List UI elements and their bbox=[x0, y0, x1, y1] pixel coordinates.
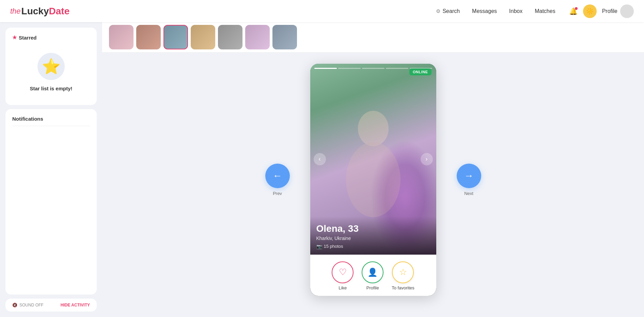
prev-label: Prev bbox=[273, 191, 282, 196]
profile-nav-item[interactable]: Profile bbox=[602, 4, 634, 18]
nav-search[interactable]: ⚙ Search bbox=[436, 8, 460, 14]
svg-point-1 bbox=[346, 142, 400, 217]
starred-title: ★ Starred bbox=[12, 34, 90, 41]
like-label: Like bbox=[339, 285, 347, 290]
prev-button[interactable]: ← bbox=[265, 164, 290, 188]
main-nav: ⚙ Search Messages Inbox Matches bbox=[436, 8, 555, 14]
person-icon: 👤 bbox=[367, 268, 378, 277]
star-big-icon: ⭐ bbox=[37, 53, 65, 80]
profile-thumb-5[interactable] bbox=[218, 25, 242, 49]
svg-point-0 bbox=[358, 111, 389, 146]
logo-date: Date bbox=[49, 6, 70, 17]
profile-card-image: ONLINE ‹ › Olena, 33 Kharkiv, Ukraine 📷 … bbox=[310, 64, 436, 255]
star-action-icon: ☆ bbox=[399, 267, 407, 277]
favorites-button[interactable]: ☆ To favorites bbox=[392, 261, 414, 290]
profile-thumb-3[interactable] bbox=[163, 25, 188, 49]
heart-icon: ♡ bbox=[339, 267, 347, 277]
profiles-strip bbox=[102, 22, 644, 52]
profile-action-label: Profile bbox=[366, 285, 379, 290]
profile-thumb-7[interactable] bbox=[272, 25, 297, 49]
card-photos: 📷 15 photos bbox=[316, 244, 430, 249]
main-layout: ★ Starred ⭐ Star list is empty! Notifica… bbox=[0, 22, 644, 317]
profile-thumb-1[interactable] bbox=[109, 25, 133, 49]
hide-activity-button[interactable]: HIDE ACTIVITY bbox=[61, 303, 90, 307]
nav-messages[interactable]: Messages bbox=[472, 8, 497, 14]
logo-lucky: Lucky bbox=[21, 6, 49, 17]
nav-inbox[interactable]: Inbox bbox=[509, 8, 522, 14]
sidebar-footer: 🔇 SOUND OFF HIDE ACTIVITY bbox=[5, 299, 97, 312]
notification-dot bbox=[575, 7, 578, 10]
card-prev-button[interactable]: ‹ bbox=[314, 153, 326, 165]
card-location: Kharkiv, Ukraine bbox=[316, 236, 430, 241]
star-icon: ★ bbox=[12, 34, 17, 41]
favorites-label: To favorites bbox=[392, 285, 414, 290]
profile-action-button[interactable]: 👤 Profile bbox=[362, 261, 383, 290]
prev-nav-wrapper: ← Prev bbox=[265, 164, 290, 196]
starred-card: ★ Starred ⭐ Star list is empty! bbox=[5, 28, 97, 105]
card-info: Olena, 33 Kharkiv, Ukraine 📷 15 photos bbox=[310, 216, 436, 255]
gear-icon: ⚙ bbox=[436, 8, 440, 14]
notifications-card: Notifications bbox=[5, 109, 97, 295]
next-label: Next bbox=[464, 191, 473, 196]
header: the Lucky Date ⚙ Search Messages Inbox M… bbox=[0, 0, 644, 22]
sound-icon: 🔇 bbox=[12, 303, 17, 307]
card-area: ← Prev bbox=[265, 52, 481, 303]
notifications-title: Notifications bbox=[12, 116, 90, 126]
profile-icon-circle: 👤 bbox=[362, 261, 383, 283]
like-icon-circle: ♡ bbox=[332, 261, 354, 283]
card-name: Olena, 33 bbox=[316, 223, 430, 234]
profile-thumb-2[interactable] bbox=[136, 25, 161, 49]
header-actions: 🔔 ☀️ Profile bbox=[569, 4, 634, 18]
avatar bbox=[620, 4, 634, 18]
next-nav-wrapper: → Next bbox=[457, 164, 481, 196]
online-badge: ONLINE bbox=[409, 69, 431, 75]
star-empty-state: ⭐ Star list is empty! bbox=[12, 46, 90, 98]
notifications-bell-button[interactable]: 🔔 bbox=[569, 7, 578, 15]
card-next-button[interactable]: › bbox=[421, 153, 433, 165]
sound-toggle[interactable]: 🔇 SOUND OFF bbox=[12, 303, 44, 307]
profile-thumb-6[interactable] bbox=[245, 25, 270, 49]
like-button[interactable]: ♡ Like bbox=[332, 261, 354, 290]
content-area: ← Prev bbox=[102, 22, 644, 317]
favorites-icon-circle: ☆ bbox=[392, 261, 414, 283]
logo-the: the bbox=[10, 7, 21, 16]
card-actions: ♡ Like 👤 Profile ☆ To fa bbox=[310, 255, 436, 296]
logo[interactable]: the Lucky Date bbox=[10, 6, 69, 17]
camera-icon: 📷 bbox=[316, 244, 322, 249]
theme-toggle-button[interactable]: ☀️ bbox=[583, 4, 597, 18]
nav-matches[interactable]: Matches bbox=[535, 8, 555, 14]
sidebar: ★ Starred ⭐ Star list is empty! Notifica… bbox=[0, 22, 102, 317]
star-illustration: ⭐ bbox=[42, 58, 61, 75]
profile-thumb-4[interactable] bbox=[191, 25, 215, 49]
star-empty-text: Star list is empty! bbox=[30, 86, 72, 91]
profile-card: ONLINE ‹ › Olena, 33 Kharkiv, Ukraine 📷 … bbox=[310, 64, 436, 296]
next-button[interactable]: → bbox=[457, 164, 481, 188]
